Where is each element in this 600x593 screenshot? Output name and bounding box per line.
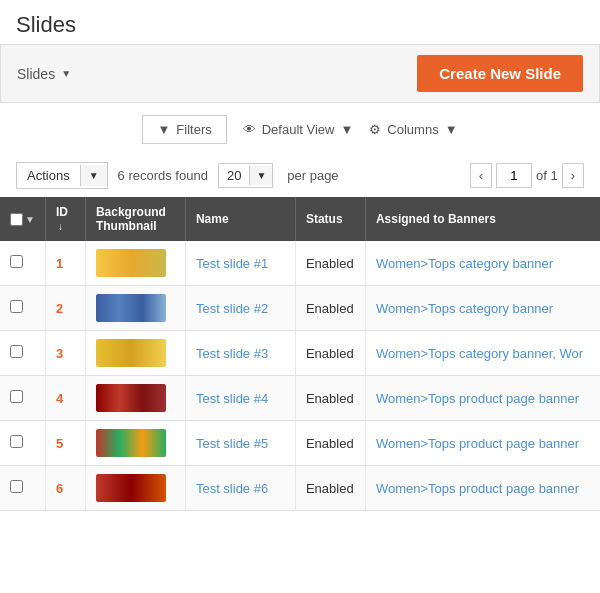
columns-button[interactable]: ⚙ Columns ▼	[369, 122, 457, 137]
table-row: 6 Test slide #6 Enabled Women>Tops produ…	[0, 466, 600, 511]
row-checkbox[interactable]	[10, 300, 23, 313]
row-id: 4	[45, 376, 85, 421]
row-thumbnail	[85, 331, 185, 376]
thumbnail-header-label: Background Thumbnail	[96, 205, 166, 233]
id-header-label: ID	[56, 205, 68, 219]
columns-chevron-icon: ▼	[445, 122, 458, 137]
eye-icon: 👁	[243, 122, 256, 137]
slide-name-link[interactable]: Test slide #2	[196, 301, 268, 316]
actions-label: Actions	[17, 163, 80, 188]
filters-label: Filters	[176, 122, 211, 137]
th-status[interactable]: Status	[295, 197, 365, 241]
row-banners[interactable]: Women>Tops product page banner	[365, 376, 600, 421]
banner-link[interactable]: Women>Tops category banner	[376, 256, 553, 271]
row-banners[interactable]: Women>Tops product page banner	[365, 466, 600, 511]
row-checkbox[interactable]	[10, 345, 23, 358]
row-checkbox-cell	[0, 241, 45, 286]
row-name[interactable]: Test slide #4	[185, 376, 295, 421]
th-id[interactable]: ID ↓	[45, 197, 85, 241]
per-page-value: 20	[219, 164, 249, 187]
row-name[interactable]: Test slide #6	[185, 466, 295, 511]
th-banners[interactable]: Assigned to Banners	[365, 197, 600, 241]
row-id: 3	[45, 331, 85, 376]
banner-link[interactable]: Women>Tops product page banner	[376, 481, 579, 496]
slide-name-link[interactable]: Test slide #3	[196, 346, 268, 361]
table-row: 3 Test slide #3 Enabled Women>Tops categ…	[0, 331, 600, 376]
banner-link[interactable]: Women>Tops category banner, Wor	[376, 346, 583, 361]
select-all-checkbox[interactable]	[10, 213, 23, 226]
default-view-button[interactable]: 👁 Default View ▼	[243, 122, 354, 137]
row-id: 1	[45, 241, 85, 286]
table-row: 5 Test slide #5 Enabled Women>Tops produ…	[0, 421, 600, 466]
row-name[interactable]: Test slide #3	[185, 331, 295, 376]
sort-icon: ↓	[58, 221, 63, 232]
row-name[interactable]: Test slide #2	[185, 286, 295, 331]
slide-name-link[interactable]: Test slide #5	[196, 436, 268, 451]
select-all-chevron-icon[interactable]: ▼	[25, 214, 35, 225]
th-checkbox: ▼	[0, 197, 45, 241]
table-row: 1 Test slide #1 Enabled Women>Tops categ…	[0, 241, 600, 286]
total-pages: of 1	[536, 168, 558, 183]
th-thumbnail: Background Thumbnail	[85, 197, 185, 241]
slide-name-link[interactable]: Test slide #4	[196, 391, 268, 406]
view-label: Default View	[262, 122, 335, 137]
actions-row: Actions ▼ 6 records found 20 ▼ per page …	[0, 156, 600, 197]
create-new-slide-button[interactable]: Create New Slide	[417, 55, 583, 92]
actions-chevron-icon[interactable]: ▼	[80, 165, 107, 186]
th-name[interactable]: Name	[185, 197, 295, 241]
chevron-down-icon: ▼	[61, 68, 71, 79]
row-checkbox-cell	[0, 421, 45, 466]
row-checkbox-cell	[0, 331, 45, 376]
per-page-selector[interactable]: 20 ▼	[218, 163, 273, 188]
name-header-label: Name	[196, 212, 229, 226]
slides-dropdown[interactable]: Slides ▼	[17, 66, 71, 82]
pagination: ‹ of 1 ›	[470, 163, 584, 188]
filter-icon: ▼	[157, 122, 170, 137]
actions-dropdown[interactable]: Actions ▼	[16, 162, 108, 189]
banner-link[interactable]: Women>Tops product page banner	[376, 391, 579, 406]
banner-link[interactable]: Women>Tops category banner	[376, 301, 553, 316]
per-page-label: per page	[287, 168, 338, 183]
page-header: Slides	[0, 0, 600, 44]
slide-name-link[interactable]: Test slide #6	[196, 481, 268, 496]
toolbar-row: Slides ▼ Create New Slide	[0, 44, 600, 103]
prev-page-button[interactable]: ‹	[470, 163, 492, 188]
row-name[interactable]: Test slide #5	[185, 421, 295, 466]
row-status: Enabled	[295, 421, 365, 466]
page-number-input[interactable]	[496, 163, 532, 188]
table-header-row: ▼ ID ↓ Background Thumbnail Name Status …	[0, 197, 600, 241]
row-thumbnail	[85, 376, 185, 421]
records-info: 6 records found	[118, 168, 208, 183]
row-id: 5	[45, 421, 85, 466]
records-count: 6	[118, 168, 125, 183]
columns-label: Columns	[387, 122, 438, 137]
table-row: 2 Test slide #2 Enabled Women>Tops categ…	[0, 286, 600, 331]
row-banners[interactable]: Women>Tops category banner	[365, 241, 600, 286]
filters-button[interactable]: ▼ Filters	[142, 115, 226, 144]
records-text: records found	[128, 168, 208, 183]
row-banners[interactable]: Women>Tops category banner	[365, 286, 600, 331]
row-checkbox[interactable]	[10, 255, 23, 268]
filter-row: ▼ Filters 👁 Default View ▼ ⚙ Columns ▼	[0, 103, 600, 156]
row-thumbnail	[85, 286, 185, 331]
row-checkbox-cell	[0, 466, 45, 511]
row-status: Enabled	[295, 331, 365, 376]
next-page-button[interactable]: ›	[562, 163, 584, 188]
row-banners[interactable]: Women>Tops category banner, Wor	[365, 331, 600, 376]
table-row: 4 Test slide #4 Enabled Women>Tops produ…	[0, 376, 600, 421]
status-header-label: Status	[306, 212, 343, 226]
per-page-chevron-icon[interactable]: ▼	[249, 166, 272, 185]
gear-icon: ⚙	[369, 122, 381, 137]
view-chevron-icon: ▼	[340, 122, 353, 137]
row-thumbnail	[85, 421, 185, 466]
row-thumbnail	[85, 466, 185, 511]
row-name[interactable]: Test slide #1	[185, 241, 295, 286]
row-checkbox-cell	[0, 376, 45, 421]
row-status: Enabled	[295, 241, 365, 286]
row-checkbox[interactable]	[10, 435, 23, 448]
row-checkbox[interactable]	[10, 390, 23, 403]
banner-link[interactable]: Women>Tops product page banner	[376, 436, 579, 451]
row-banners[interactable]: Women>Tops product page banner	[365, 421, 600, 466]
slide-name-link[interactable]: Test slide #1	[196, 256, 268, 271]
row-checkbox[interactable]	[10, 480, 23, 493]
